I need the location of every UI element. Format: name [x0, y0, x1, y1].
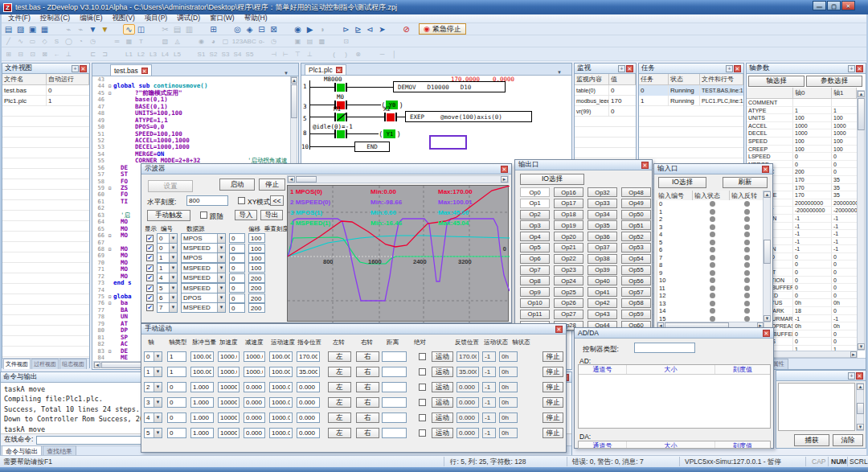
- channel-checkbox[interactable]: ✔: [146, 294, 154, 302]
- accel-input[interactable]: [218, 397, 240, 408]
- channel-offset-input[interactable]: 0: [229, 293, 245, 303]
- output-bit-button[interactable]: Op24: [554, 276, 583, 285]
- toolbar-icon[interactable]: ⊥: [304, 49, 316, 60]
- toolbar-icon[interactable]: ▦: [123, 36, 135, 47]
- cmd-pos-input[interactable]: [297, 412, 320, 423]
- channel-source-select[interactable]: MSPEED▼: [181, 302, 226, 313]
- decel-input[interactable]: [244, 397, 265, 408]
- import-button[interactable]: 导入: [235, 210, 257, 220]
- toolbar-icon[interactable]: L3: [147, 49, 159, 60]
- menu-item[interactable]: 文件(F): [3, 14, 35, 23]
- move-button[interactable]: 运动: [432, 397, 453, 408]
- toolbar-icon[interactable]: ⊲: [364, 24, 376, 35]
- output-bit-button[interactable]: Op1: [520, 199, 550, 208]
- view-tab[interactable]: 过程视图: [31, 359, 59, 369]
- watch-row[interactable]: modbus_ieee(10000) 170: [575, 96, 636, 106]
- output-bit-button[interactable]: Op55: [621, 265, 651, 275]
- toolbar-icon[interactable]: ◔: [75, 36, 87, 47]
- toolbar-icon[interactable]: ▤: [2, 24, 14, 35]
- channel-source-select[interactable]: MSPEED▼: [181, 283, 226, 293]
- output-bit-button[interactable]: Op52: [621, 232, 651, 241]
- output-bit-button[interactable]: Op19: [554, 220, 583, 230]
- toolbar-icon[interactable]: [280, 36, 292, 47]
- close-icon[interactable]: ✕: [501, 166, 508, 173]
- scope-hscrollbar[interactable]: ◄ ►: [287, 175, 509, 183]
- toolbar-icon[interactable]: ◑: [316, 24, 328, 35]
- distance-input[interactable]: [382, 351, 407, 362]
- channel-offset-input[interactable]: 0: [229, 244, 245, 253]
- absolute-checkbox[interactable]: [419, 384, 426, 391]
- axis-param-row[interactable]: CREEP 100 100: [747, 146, 857, 154]
- input-invert-dot[interactable]: [744, 308, 750, 314]
- toolbar-icon[interactable]: [328, 24, 340, 35]
- output-bit-button[interactable]: Op49: [621, 199, 651, 208]
- toolbar-icon[interactable]: ▣: [292, 36, 304, 47]
- input-state-dot[interactable]: [710, 247, 715, 252]
- toolbar-icon[interactable]: ✂: [159, 24, 171, 35]
- demov-block[interactable]: DEMOV D10000 D10: [393, 81, 506, 92]
- toolbar-icon[interactable]: ═: [111, 36, 123, 47]
- collapse-button[interactable]: <<: [270, 195, 284, 206]
- toolbar-icon[interactable]: ◫: [135, 24, 147, 35]
- axis-param-row[interactable]: SPEED 100 100: [747, 137, 857, 146]
- toolbar-icon[interactable]: ⊟: [256, 24, 268, 35]
- toolbar-icon[interactable]: ▢: [219, 36, 231, 47]
- decel-input[interactable]: [244, 382, 265, 392]
- input-state-dot[interactable]: [710, 209, 715, 215]
- cmd-pos-input[interactable]: [297, 397, 320, 408]
- input-state-dot[interactable]: [710, 240, 715, 245]
- cmd-pos-input[interactable]: [297, 428, 320, 438]
- jog-right-button[interactable]: 右: [356, 397, 379, 408]
- scope-stop-button[interactable]: 停止: [259, 179, 285, 191]
- toolbar-icon[interactable]: ◉: [292, 24, 304, 35]
- output-bit-button[interactable]: Op33: [588, 199, 617, 208]
- pulse-equiv-input[interactable]: [190, 351, 214, 362]
- axis-select-button[interactable]: 轴选择: [748, 76, 805, 87]
- toolbar-icon[interactable]: ▦: [39, 24, 51, 35]
- menu-item[interactable]: 项目(P): [140, 14, 172, 23]
- channel-checkbox[interactable]: ✔: [146, 254, 154, 261]
- channel-checkbox[interactable]: ✔: [146, 274, 154, 281]
- absolute-checkbox[interactable]: [419, 353, 426, 360]
- close-icon[interactable]: ✕: [856, 65, 863, 72]
- toolbar-icon[interactable]: ◈: [244, 24, 256, 35]
- toolbar-icon[interactable]: ⊏: [87, 49, 99, 60]
- toolbar-icon[interactable]: S4: [231, 49, 244, 60]
- channel-source-select[interactable]: MSPEED▼: [181, 243, 226, 253]
- menu-item[interactable]: 窗口(W): [205, 14, 240, 23]
- toolbar-icon[interactable]: ─: [376, 49, 388, 60]
- absolute-checkbox[interactable]: [419, 429, 426, 437]
- jog-right-button[interactable]: 右: [356, 428, 379, 438]
- pin-icon[interactable]: +: [726, 65, 733, 72]
- capture-button[interactable]: 捕获: [794, 434, 829, 446]
- toolbar-icon[interactable]: [99, 36, 111, 47]
- view-tab[interactable]: 组态视图: [59, 359, 87, 369]
- toolbar-icon[interactable]: ◉: [195, 36, 207, 47]
- output-bit-button[interactable]: Op23: [554, 265, 583, 275]
- emergency-stop-button[interactable]: ◉ 紧急停止: [419, 23, 466, 35]
- toolbar-icon[interactable]: ⊥: [63, 49, 75, 60]
- toolbar-icon[interactable]: S: [51, 36, 63, 47]
- toolbar-icon[interactable]: ←: [51, 49, 63, 60]
- menu-item[interactable]: 视图(V): [108, 14, 140, 23]
- channel-checkbox[interactable]: ✔: [146, 244, 154, 252]
- channel-scale-input[interactable]: 100: [248, 263, 265, 273]
- input-vscrollbar[interactable]: ▲ ▼: [763, 191, 771, 322]
- pulse-equiv-input[interactable]: [190, 367, 214, 377]
- channel-source-select[interactable]: MSPEED▼: [181, 263, 226, 273]
- output-bit-button[interactable]: Op25: [554, 287, 583, 297]
- input-invert-dot[interactable]: [744, 270, 750, 276]
- toolbar-icon[interactable]: L1: [123, 49, 135, 60]
- channel-scale-input[interactable]: 200: [248, 283, 265, 293]
- speed-input[interactable]: [269, 351, 293, 362]
- axis-param-row[interactable]: LSPEED 0 0: [747, 153, 857, 161]
- contact-m1-nc[interactable]: [334, 113, 347, 121]
- capture-vscrollbar[interactable]: ▲ ▼: [856, 383, 864, 431]
- watch-row[interactable]: vr(99) 0: [575, 106, 636, 117]
- move-button[interactable]: 运动: [432, 382, 453, 392]
- input-invert-dot[interactable]: [744, 277, 750, 283]
- toolbar-icon[interactable]: ▼: [99, 24, 111, 35]
- ladder-tab[interactable]: Plc1.plc ✕: [305, 64, 346, 75]
- speed-input[interactable]: [269, 428, 293, 438]
- toolbar-icon[interactable]: 123: [231, 36, 244, 47]
